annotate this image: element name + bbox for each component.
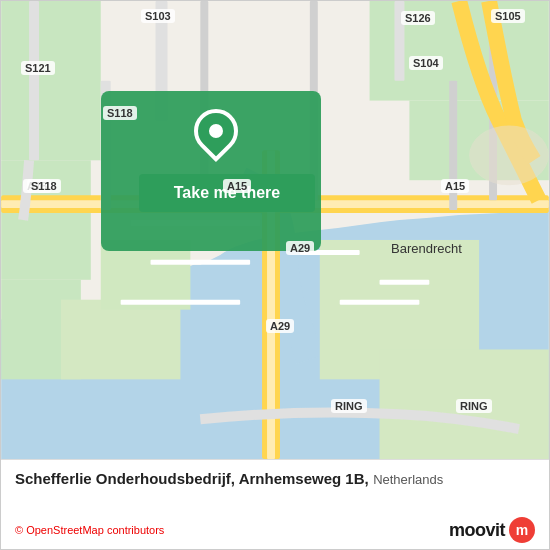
- road-label-ring2: RING: [456, 399, 492, 413]
- road-label-s105: S105: [491, 9, 525, 23]
- svg-point-28: [469, 125, 549, 185]
- osm-credit: © OpenStreetMap contributors: [15, 524, 164, 536]
- pin-shape: [185, 100, 247, 162]
- road-label-a29-bot: A29: [266, 319, 294, 333]
- moovit-text: moovit: [449, 520, 505, 541]
- moovit-m-letter: m: [516, 522, 528, 538]
- main-container: Take me there S103 S121 S118 S126 S105 S…: [0, 0, 550, 550]
- info-bar: Schefferlie Onderhoudsbedrijf, Arnhemsew…: [1, 459, 549, 549]
- svg-rect-23: [151, 260, 251, 265]
- copyright-symbol: ©: [15, 524, 23, 536]
- map-area: Take me there S103 S121 S118 S126 S105 S…: [1, 1, 549, 459]
- osm-link[interactable]: OpenStreetMap: [26, 524, 104, 536]
- road-label-s118b: S118: [27, 179, 61, 193]
- road-label-s104: S104: [409, 56, 443, 70]
- osm-contributors: contributors: [107, 524, 164, 536]
- svg-rect-16: [29, 1, 39, 160]
- pin-dot: [206, 121, 226, 141]
- location-title: Schefferlie Onderhoudsbedrijf, Arnhemsew…: [15, 470, 535, 488]
- svg-rect-26: [340, 300, 420, 305]
- svg-rect-1: [1, 1, 101, 160]
- location-pin: [194, 109, 238, 153]
- road-label-a29-top: A29: [286, 241, 314, 255]
- road-label-a15-right: A15: [441, 179, 469, 193]
- svg-rect-24: [121, 300, 240, 305]
- road-label-s126: S126: [401, 11, 435, 25]
- road-label-ring1: RING: [331, 399, 367, 413]
- info-bottom-row: © OpenStreetMap contributors moovit m: [15, 517, 535, 543]
- road-label-s121: S121: [21, 61, 55, 75]
- moovit-logo: moovit m: [449, 517, 535, 543]
- location-name: Schefferlie Onderhoudsbedrijf, Arnhemsew…: [15, 470, 369, 487]
- moovit-icon: m: [509, 517, 535, 543]
- road-label-s118: S118: [103, 106, 137, 120]
- city-label: Barendrecht: [391, 241, 462, 256]
- svg-rect-8: [61, 300, 180, 380]
- road-label-a15-mid: A15: [223, 179, 251, 193]
- location-country: Netherlands: [373, 472, 443, 487]
- road-label-s103: S103: [141, 9, 175, 23]
- svg-rect-27: [380, 280, 430, 285]
